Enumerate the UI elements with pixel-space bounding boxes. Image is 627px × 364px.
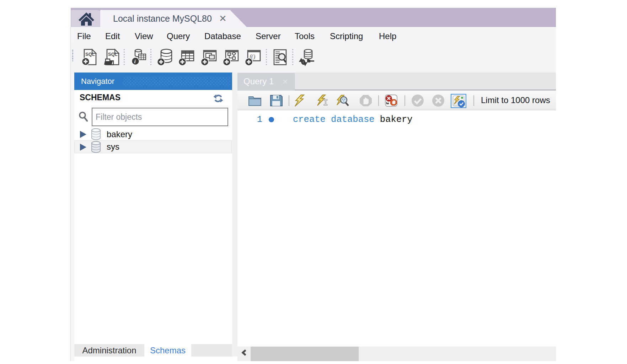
svg-text:SQL: SQL bbox=[108, 52, 118, 57]
svg-text:SQL: SQL bbox=[85, 52, 95, 57]
